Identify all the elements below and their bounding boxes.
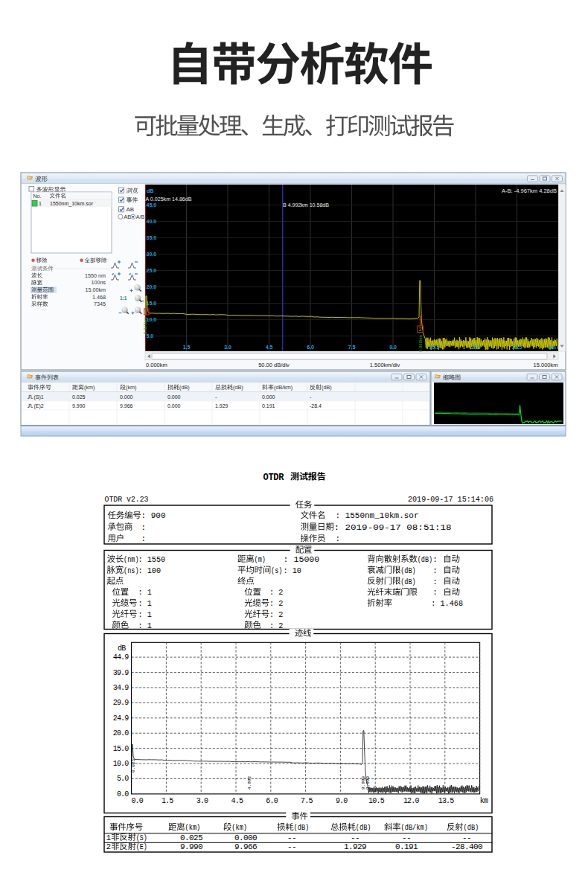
svg-text::: :: [432, 577, 438, 586]
svg-text:B 4.992km 10.58dB: B 4.992km 10.58dB: [283, 202, 329, 208]
svg-text:1: 1: [106, 833, 112, 842]
svg-text:13.5: 13.5: [438, 797, 455, 805]
svg-text:15.0: 15.0: [113, 745, 130, 753]
svg-text:(dB): (dB): [400, 577, 415, 586]
svg-text:(dB): (dB): [356, 823, 371, 832]
svg-text:9.990: 9.990: [365, 776, 371, 790]
svg-text:9.990: 9.990: [180, 842, 202, 851]
svg-text:35.0: 35.0: [147, 235, 157, 240]
svg-text:45.0: 45.0: [147, 202, 157, 208]
svg-text:2: 2: [106, 842, 111, 851]
svg-text:0.025: 0.025: [131, 759, 136, 772]
svg-text:44.9: 44.9: [113, 653, 130, 662]
svg-text:7.5: 7.5: [301, 797, 313, 805]
svg-text:(E)2: (E)2: [34, 403, 44, 409]
svg-text:-28.4: -28.4: [310, 403, 322, 409]
svg-text:1: 1: [39, 201, 42, 206]
svg-text:5.0: 5.0: [147, 333, 154, 339]
svg-text:0.191: 0.191: [395, 842, 418, 851]
svg-text:9.966: 9.966: [234, 842, 257, 851]
svg-text:(nm): (nm): [124, 555, 138, 564]
svg-text:(ns): (ns): [124, 566, 138, 575]
svg-text:(dB): (dB): [464, 823, 479, 832]
svg-text:--: --: [351, 833, 359, 842]
svg-text:: 2: : 2: [269, 588, 283, 597]
svg-text:12.0: 12.0: [403, 797, 420, 805]
svg-text:--: --: [287, 833, 296, 842]
svg-text:0.000: 0.000: [167, 403, 181, 409]
svg-text:A 0.025km 14.86dB: A 0.025km 14.86dB: [146, 196, 192, 202]
svg-text:No.: No.: [33, 193, 42, 199]
svg-text:9.990km: 9.990km: [418, 335, 423, 352]
svg-text:(s): (s): [271, 566, 282, 575]
svg-text::: :: [432, 566, 438, 575]
svg-text:--: --: [402, 833, 411, 842]
svg-text:: 10: : 10: [284, 566, 301, 575]
svg-text:0.191: 0.191: [262, 403, 275, 409]
svg-text:1:1: 1:1: [120, 295, 127, 301]
svg-text:10.5: 10.5: [429, 345, 440, 350]
svg-text:(dB): (dB): [418, 555, 432, 564]
svg-text:-28.400: -28.400: [451, 842, 482, 851]
svg-text:1.5: 1.5: [183, 345, 191, 350]
svg-text::: :: [336, 534, 341, 543]
svg-text::: :: [141, 523, 147, 532]
svg-text:: 1550nm_10km.sor: : 1550nm_10km.sor: [336, 511, 419, 520]
svg-text:15.000km: 15.000km: [534, 362, 558, 368]
svg-text:OTDR: OTDR: [263, 473, 285, 483]
svg-text:1.468: 1.468: [92, 294, 106, 301]
svg-text:AB: AB: [127, 206, 135, 213]
svg-text:10.5: 10.5: [368, 797, 385, 805]
svg-text:(S)1: (S)1: [34, 394, 44, 400]
svg-text:: 1: : 1: [138, 588, 153, 597]
svg-text:3.0: 3.0: [196, 797, 208, 805]
svg-text:A/B: A/B: [136, 214, 145, 220]
svg-text:0.025: 0.025: [72, 394, 86, 400]
svg-text:100ns: 100ns: [91, 279, 106, 286]
svg-text:3.0: 3.0: [224, 345, 231, 350]
svg-text:: 100: : 100: [138, 566, 162, 575]
svg-text:0.0: 0.0: [131, 797, 143, 805]
svg-text:5.0: 5.0: [117, 775, 129, 783]
svg-text:10.0: 10.0: [113, 760, 130, 768]
svg-text:A-B: -4.967km 4.28dB: A-B: -4.967km 4.28dB: [502, 188, 557, 194]
svg-text:30.0: 30.0: [147, 252, 157, 257]
svg-text:39.9: 39.9: [113, 669, 130, 677]
svg-text:9.966: 9.966: [120, 403, 133, 409]
svg-text:: 1550: : 1550: [138, 555, 166, 564]
svg-text:AB: AB: [124, 214, 131, 220]
svg-text:: 900: : 900: [141, 511, 166, 520]
svg-text:: 2: : 2: [269, 610, 283, 619]
svg-text:: 2: : 2: [269, 621, 283, 630]
svg-text:dB: dB: [118, 644, 126, 653]
svg-text:0.0: 0.0: [117, 790, 129, 798]
svg-text:4.5: 4.5: [266, 345, 273, 350]
svg-text:20.0: 20.0: [113, 729, 130, 737]
svg-text:: 15000: : 15000: [284, 555, 320, 564]
svg-text:(dB): (dB): [179, 384, 190, 391]
svg-text:(dB): (dB): [294, 823, 310, 832]
svg-text:(dB): (dB): [233, 384, 243, 391]
svg-text:9.990: 9.990: [72, 403, 86, 409]
svg-text:0.000: 0.000: [167, 394, 181, 400]
svg-text:13.5: 13.5: [512, 345, 523, 350]
svg-text:: 1: : 1: [138, 599, 153, 608]
svg-text:(km): (km): [126, 384, 136, 391]
svg-text:7345: 7345: [94, 301, 106, 307]
svg-text:km: km: [549, 345, 556, 350]
svg-text:1.5: 1.5: [162, 797, 173, 805]
svg-text:(km): (km): [84, 384, 95, 391]
svg-text:4.992: 4.992: [247, 776, 252, 790]
svg-text:6.0: 6.0: [307, 345, 314, 350]
svg-text:1.500km/div: 1.500km/div: [370, 362, 400, 368]
svg-text:24.9: 24.9: [113, 714, 130, 723]
svg-text:2019-09-17 15:14:06: 2019-09-17 15:14:06: [408, 495, 493, 504]
svg-text:--: --: [462, 833, 471, 842]
svg-text::: :: [432, 588, 438, 597]
svg-text:50.00 dB/div: 50.00 dB/div: [258, 362, 290, 368]
svg-text:20.0: 20.0: [147, 284, 157, 289]
svg-text:: 1.468: : 1.468: [431, 599, 463, 608]
svg-text:(m): (m): [255, 555, 266, 564]
svg-text:(dB): (dB): [322, 384, 332, 391]
svg-text:0.000km: 0.000km: [146, 362, 167, 368]
